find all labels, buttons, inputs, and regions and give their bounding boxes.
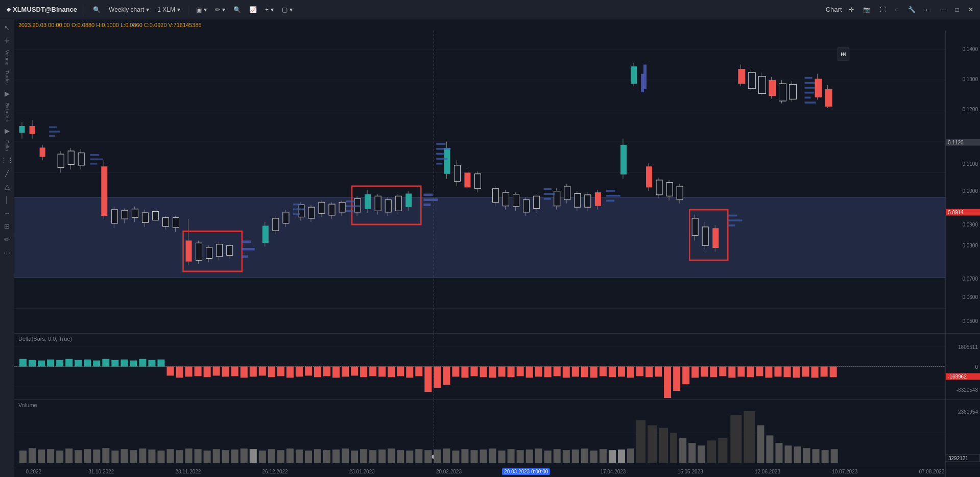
svg-rect-172 (728, 215, 737, 217)
svg-rect-93 (464, 172, 470, 187)
svg-rect-254 (590, 367, 597, 378)
svg-rect-207 (157, 360, 164, 367)
svg-rect-159 (346, 205, 360, 207)
svg-rect-314 (277, 450, 284, 463)
svg-rect-303 (185, 448, 193, 463)
svg-rect-198 (75, 360, 82, 367)
svg-rect-238 (443, 367, 450, 385)
arrow-tool[interactable]: → (1, 207, 13, 219)
svg-rect-225 (323, 367, 330, 376)
circle-icon: ○ (895, 6, 899, 13)
svg-rect-151 (49, 135, 55, 137)
linechart-button[interactable]: 📈 (247, 5, 259, 15)
grid-icon[interactable]: ⊞ (1, 220, 13, 233)
svg-rect-233 (397, 367, 404, 376)
svg-rect-276 (793, 367, 800, 378)
svg-rect-364 (757, 425, 764, 463)
ruler-tool[interactable]: △ (1, 181, 13, 193)
svg-rect-197 (65, 359, 73, 367)
maximize-button[interactable]: □ (953, 5, 962, 15)
trades-label: Trades (1, 68, 13, 87)
cursor-tool[interactable]: ↖ (1, 21, 13, 34)
svg-rect-123 (646, 166, 652, 187)
chevron-down-icon: ▾ (146, 6, 149, 13)
toolbar: ◆ XLMUSDT@Binance 🔍 Weekly chart ▾ 1 XLM… (0, 0, 980, 19)
svg-rect-367 (784, 445, 792, 463)
svg-rect-344 (554, 449, 561, 463)
svg-rect-47 (206, 247, 212, 259)
svg-rect-334 (461, 449, 468, 463)
svg-rect-285 (19, 450, 27, 463)
chart-type-button[interactable]: Weekly chart ▾ (106, 5, 152, 15)
svg-rect-356 (670, 433, 677, 464)
svg-rect-331 (434, 449, 441, 463)
arrow-button[interactable]: ← (922, 5, 934, 15)
plus-button[interactable]: +▾ (262, 5, 276, 15)
arrow-right-icon[interactable]: ▶ (1, 88, 13, 100)
svg-rect-49 (217, 244, 223, 257)
dots-icon[interactable]: ⋮⋮ (1, 154, 13, 166)
svg-rect-265 (691, 367, 699, 378)
arrow-right-icon2[interactable]: ▶ (1, 125, 13, 137)
svg-rect-368 (794, 446, 801, 463)
sep2 (188, 5, 188, 15)
svg-rect-274 (774, 367, 781, 377)
svg-rect-154 (90, 163, 97, 165)
minimize-button[interactable]: — (938, 5, 949, 15)
svg-rect-280 (830, 367, 837, 378)
svg-rect-75 (365, 194, 371, 209)
svg-rect-366 (775, 443, 782, 463)
dots-bottom[interactable]: ⋯ (1, 247, 13, 259)
toolbar-right: Chart ✛ 📷 ⛶ ○ 🔧 ← — □ ✕ (826, 5, 976, 15)
price-0090: 0.0900 (962, 221, 978, 227)
fullscreen-icon: ⛶ (880, 6, 886, 13)
svg-rect-278 (811, 367, 819, 378)
svg-rect-295 (111, 450, 118, 463)
pen-button[interactable]: ✏▾ (212, 5, 228, 15)
svg-rect-19 (19, 127, 25, 133)
svg-rect-256 (609, 367, 616, 378)
svg-rect-87 (423, 204, 431, 206)
svg-rect-352 (627, 448, 634, 463)
svg-rect-246 (517, 367, 524, 376)
svg-rect-220 (277, 367, 284, 376)
time-label-10: 07.08.2023 (919, 469, 944, 474)
layout-button[interactable]: ▢▾ (279, 5, 295, 15)
svg-rect-257 (618, 367, 625, 377)
wrench-button[interactable]: 🔧 (905, 5, 918, 15)
svg-rect-290 (65, 448, 73, 463)
chart-svg-area[interactable]: ⏭ 0.1400 0.1300 0.1200 0.1120 0.1100 0.1… (14, 31, 980, 333)
zoom-button[interactable]: 🔍 (231, 5, 244, 15)
svg-rect-215 (231, 367, 238, 376)
crosshair-tool-side[interactable]: ✛ (1, 35, 13, 47)
monitor-icon: ▣ (196, 6, 202, 13)
svg-rect-45 (196, 243, 202, 260)
line-tool[interactable]: ╱ (1, 167, 13, 180)
chevron-icon4: ▾ (290, 6, 293, 13)
camera-button[interactable]: 📷 (861, 5, 873, 15)
svg-rect-260 (646, 367, 653, 378)
symbol-button[interactable]: ◆ XLMUSDT@Binance (4, 4, 80, 15)
svg-rect-29 (111, 210, 117, 223)
svg-rect-157 (293, 213, 300, 215)
svg-rect-119 (631, 66, 637, 84)
timeframe-button[interactable]: 1 XLM ▾ (155, 5, 183, 15)
monitor-button[interactable]: ▣▾ (194, 5, 209, 15)
svg-rect-216 (241, 367, 248, 378)
svg-rect-101 (513, 194, 519, 207)
brush-tool[interactable]: ✏ (1, 234, 13, 246)
search-button[interactable]: 🔍 (90, 5, 103, 15)
svg-rect-279 (821, 367, 828, 377)
svg-rect-288 (47, 449, 54, 463)
fullscreen-button[interactable]: ⛶ (877, 5, 889, 15)
circle-button[interactable]: ○ (893, 5, 901, 15)
svg-rect-341 (526, 449, 533, 463)
svg-rect-308 (231, 449, 238, 463)
svg-rect-264 (682, 367, 689, 385)
crosshair-tool[interactable]: ✛ (846, 5, 856, 15)
svg-rect-53 (242, 240, 251, 243)
close-button[interactable]: ✕ (966, 5, 976, 15)
camera-icon: 📷 (863, 6, 871, 13)
svg-rect-37 (152, 212, 158, 220)
measure-tool[interactable]: │ (1, 194, 13, 206)
